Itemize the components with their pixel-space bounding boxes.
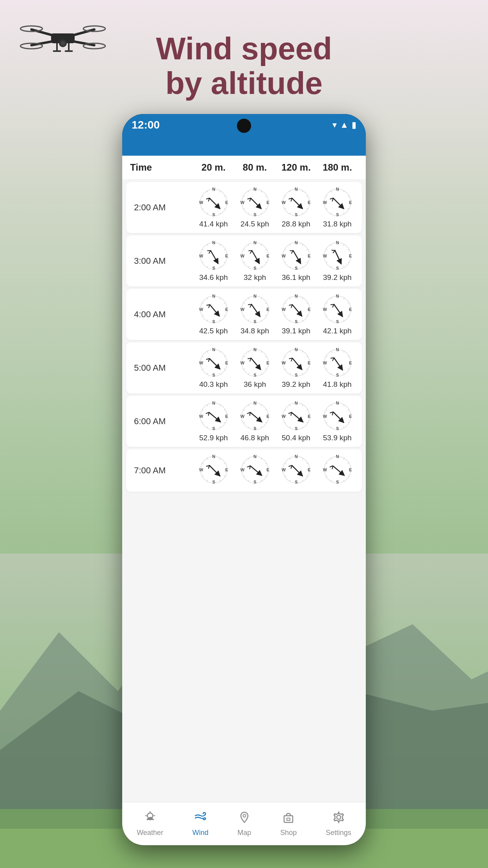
time-label: 4:00 AM	[130, 309, 193, 320]
svg-line-316	[302, 351, 303, 353]
svg-line-406	[290, 427, 290, 428]
svg-line-400	[302, 405, 303, 406]
svg-line-493	[284, 463, 286, 464]
svg-line-379	[261, 405, 262, 406]
wind-speed-value: 42.5 kph	[199, 327, 228, 335]
svg-line-218	[243, 315, 244, 316]
nav-item-wind[interactable]: Wind	[192, 811, 208, 837]
wind-speed-value: 46.8 kph	[240, 434, 269, 442]
svg-line-212	[265, 303, 266, 303]
svg-line-68	[302, 213, 303, 214]
svg-line-101	[333, 198, 344, 209]
nav-weather-label: Weather	[137, 829, 163, 837]
svg-text:S: S	[253, 212, 256, 217]
time-label: 7:00 AM	[130, 465, 193, 476]
svg-line-322	[290, 373, 290, 374]
compass-dial: N S W E	[239, 454, 271, 485]
compass-dial: N S W E	[239, 347, 271, 379]
svg-line-365	[202, 422, 203, 423]
status-time: 12:00	[132, 119, 160, 131]
svg-line-227	[251, 304, 260, 316]
svg-line-88	[348, 208, 349, 209]
battery-icon: ▮	[352, 120, 356, 130]
svg-line-494	[290, 458, 290, 460]
svg-text:E: E	[225, 414, 228, 419]
svg-text:S: S	[295, 373, 297, 377]
svg-text:N: N	[253, 454, 257, 459]
svg-line-512	[326, 476, 327, 476]
nav-item-shop[interactable]: Shop	[280, 811, 297, 837]
wind-cell-0-1: N S W E 24.5 kph	[234, 187, 275, 228]
svg-text:S: S	[212, 212, 215, 217]
svg-line-362	[220, 427, 220, 428]
svg-text:W: W	[323, 307, 327, 312]
svg-text:E: E	[308, 254, 310, 258]
svg-text:S: S	[253, 266, 256, 270]
svg-text:W: W	[323, 254, 327, 258]
svg-text:E: E	[266, 200, 269, 205]
svg-text:E: E	[308, 414, 310, 419]
wind-speed-value: 39.2 kph	[282, 380, 310, 389]
compass-dial: N S W E	[198, 240, 229, 272]
svg-text:E: E	[225, 360, 228, 365]
svg-line-490	[290, 480, 290, 481]
svg-line-206	[210, 305, 219, 316]
nav-item-weather[interactable]: Weather	[137, 811, 163, 837]
table-row: 4:00 AM N S W E 42.5 kph N S W E	[126, 289, 362, 340]
svg-line-49	[248, 213, 249, 214]
svg-text:W: W	[281, 307, 286, 312]
settings-icon	[332, 811, 345, 827]
svg-line-92	[326, 208, 327, 209]
compass-dial: N S W E	[322, 240, 353, 272]
svg-line-304	[243, 356, 244, 357]
svg-line-452	[207, 458, 208, 460]
svg-line-479	[250, 466, 262, 475]
svg-text:N: N	[336, 187, 339, 191]
svg-line-445	[224, 476, 225, 476]
page-title: Wind speed by altitude	[0, 31, 488, 101]
svg-line-236	[302, 320, 303, 321]
svg-line-361	[224, 422, 225, 423]
svg-line-86	[348, 196, 349, 197]
svg-line-484	[302, 458, 303, 460]
svg-line-295	[261, 351, 262, 353]
svg-text:W: W	[240, 467, 244, 472]
svg-line-254	[348, 303, 349, 303]
svg-line-133	[248, 266, 249, 267]
svg-line-179	[331, 245, 332, 246]
nav-map-label: Map	[237, 829, 251, 837]
svg-line-353	[334, 358, 343, 370]
signal-icon: ▲	[340, 120, 349, 130]
svg-line-59	[251, 198, 261, 209]
svg-line-343	[331, 373, 332, 374]
svg-line-71	[284, 208, 286, 209]
nav-settings-label: Settings	[326, 829, 351, 837]
svg-line-449	[202, 476, 203, 476]
svg-text:W: W	[199, 307, 203, 312]
svg-line-485	[306, 463, 308, 464]
svg-text:E: E	[225, 200, 228, 205]
svg-line-487	[306, 476, 308, 476]
svg-rect-530	[284, 816, 293, 822]
svg-line-407	[284, 422, 286, 423]
nav-item-map[interactable]: Map	[237, 811, 251, 837]
svg-line-473	[248, 458, 249, 460]
svg-line-425	[343, 427, 344, 428]
svg-line-511	[331, 480, 332, 481]
wind-speed-value: 50.4 kph	[282, 434, 310, 442]
nav-item-settings[interactable]: Settings	[326, 811, 351, 837]
svg-line-466	[265, 476, 266, 476]
svg-text:W: W	[240, 307, 244, 312]
svg-line-238	[290, 320, 290, 321]
svg-line-278	[220, 373, 220, 374]
svg-text:E: E	[225, 254, 228, 258]
svg-text:W: W	[199, 414, 203, 419]
svg-line-191	[224, 303, 225, 303]
wind-speed-value: 53.9 kph	[323, 434, 352, 442]
svg-line-442	[220, 458, 220, 460]
svg-line-46	[265, 208, 266, 209]
svg-line-200	[207, 298, 208, 299]
svg-text:S: S	[336, 319, 339, 324]
table-row: 2:00 AM N S W E 41.4 kph N S W E	[126, 182, 362, 233]
svg-text:E: E	[266, 414, 269, 419]
